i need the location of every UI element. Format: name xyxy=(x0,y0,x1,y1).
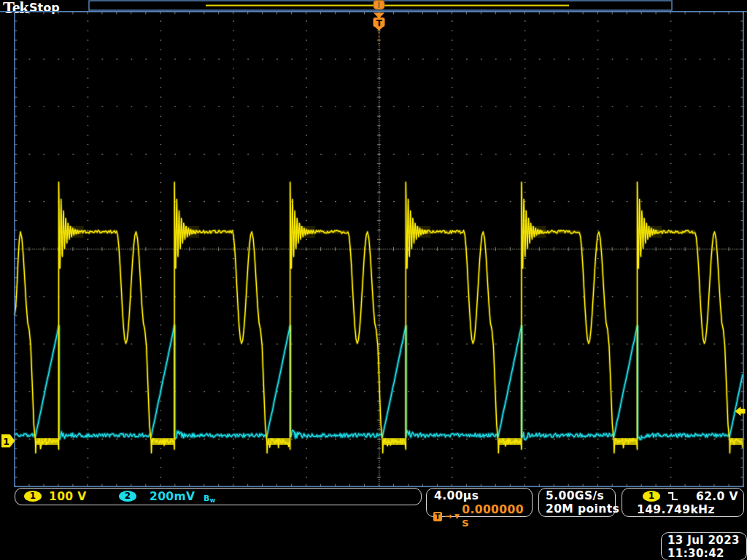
date-readout: 13 Jul 2023 xyxy=(667,534,740,547)
falling-edge-icon xyxy=(667,491,680,502)
trigger-level-readout: 62.0 V xyxy=(696,490,738,503)
timebase-scale-readout: 4.00µs xyxy=(434,489,479,502)
acquisition-readout-box[interactable]: 5.00GS/s 20M points xyxy=(538,488,616,517)
record-view-bar[interactable] xyxy=(89,1,672,11)
ch1-marker-label: 1 xyxy=(3,436,9,447)
channel-readout-box[interactable]: 1 100 V 2 200mV Bw xyxy=(15,488,422,505)
datetime-box: 13 Jul 2023 11:30:42 xyxy=(661,532,747,560)
trigger-marker-label: T xyxy=(376,18,383,28)
record-length-readout: 20M points xyxy=(546,502,619,516)
waveform-display: T 1 xyxy=(0,0,747,560)
horizontal-readout-box[interactable]: 4.00µs T → ▼ 0.000000 s xyxy=(426,488,533,517)
sample-rate-readout: 5.00GS/s xyxy=(546,489,604,502)
triangle-down-icon: ▼ xyxy=(454,513,460,520)
trigger-source-badge: 1 xyxy=(643,491,660,502)
ch2-scale-readout: 200mV xyxy=(150,490,196,503)
oscilloscope-screen: Tek Stop T 1 1 1 xyxy=(0,0,747,560)
ch2-badge[interactable]: 2 xyxy=(119,491,136,502)
trigger-frequency-readout: 149.749kHz xyxy=(637,503,715,516)
ch1-scale-readout: 100 V xyxy=(49,490,87,503)
trigger-t-icon: T xyxy=(433,512,442,521)
ch1-badge[interactable]: 1 xyxy=(24,491,42,502)
time-readout: 11:30:42 xyxy=(667,547,724,560)
trigger-position-marker[interactable]: T xyxy=(374,13,385,47)
ch1-position-marker[interactable]: 1 xyxy=(1,435,15,448)
trigger-position-readout: T → ▼ 0.000000 s xyxy=(433,503,532,529)
trigger-readout-box[interactable]: 1 62.0 V 149.749kHz xyxy=(622,488,744,517)
arrow-right-icon: → xyxy=(444,511,452,521)
waveform-traces xyxy=(15,182,743,453)
ch2-bandwidth-limit-icon: Bw xyxy=(204,491,216,504)
trigger-position-value: 0.000000 s xyxy=(462,503,532,529)
ch1-trace-glow xyxy=(15,182,743,453)
